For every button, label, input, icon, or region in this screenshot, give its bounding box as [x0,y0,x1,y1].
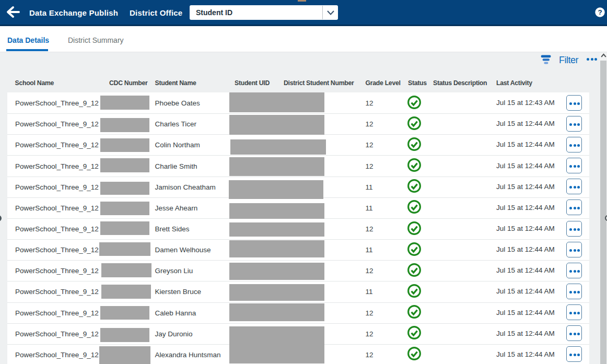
svg-text:?: ? [598,8,602,16]
